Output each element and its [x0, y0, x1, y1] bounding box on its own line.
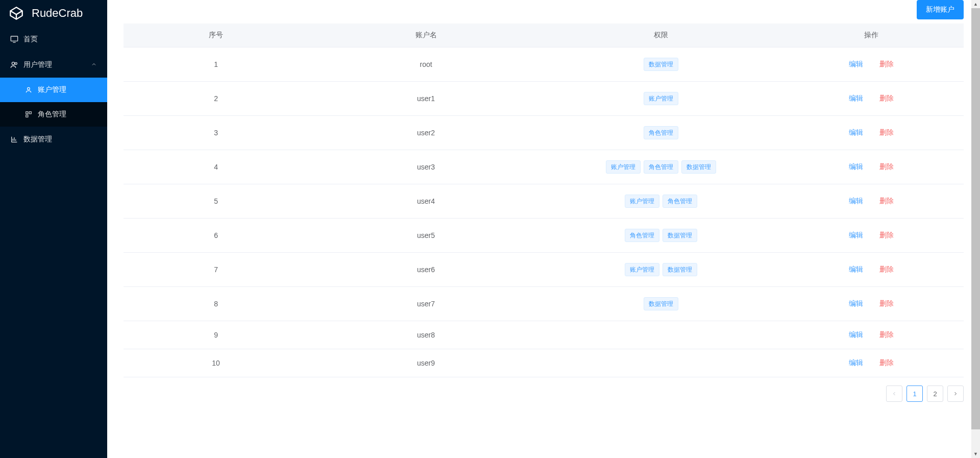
svg-rect-2: [11, 36, 17, 41]
cell-username: root: [308, 47, 544, 82]
menu-label-account-mgmt: 账户管理: [38, 85, 66, 94]
sidebar-header: RudeCrab: [0, 0, 107, 27]
permission-tag: 数据管理: [644, 58, 678, 71]
add-account-button[interactable]: 新增账户: [917, 0, 964, 19]
monitor-icon: [10, 35, 18, 43]
accounts-table: 序号 账户名 权限 操作 1root数据管理编辑删除2user1账户管理编辑删除…: [124, 23, 964, 377]
table-row: 2user1账户管理编辑删除: [124, 82, 964, 116]
page-prev-button[interactable]: [886, 385, 902, 402]
cell-username: user6: [308, 253, 544, 287]
table-row: 10user9编辑删除: [124, 349, 964, 377]
permission-tag: 数据管理: [663, 229, 697, 242]
header-username: 账户名: [308, 23, 544, 47]
permission-tag: 账户管理: [606, 160, 641, 174]
delete-link[interactable]: 删除: [879, 231, 894, 240]
edit-link[interactable]: 编辑: [849, 358, 863, 368]
permission-tag: 数据管理: [663, 263, 697, 276]
cell-permissions: 数据管理: [544, 287, 779, 321]
table-row: 9user8编辑删除: [124, 321, 964, 349]
table-row: 8user7数据管理编辑删除: [124, 287, 964, 321]
cell-username: user3: [308, 150, 544, 184]
menu-item-data-mgmt[interactable]: 数据管理: [0, 127, 107, 152]
cell-operations: 编辑删除: [779, 253, 964, 287]
scrollbar[interactable]: ▲ ▼: [971, 0, 980, 458]
scrollbar-up-arrow-icon[interactable]: ▲: [971, 0, 980, 8]
edit-link[interactable]: 编辑: [849, 60, 863, 69]
cell-index: 3: [124, 116, 308, 150]
cell-permissions: 角色管理数据管理: [544, 219, 779, 253]
table-row: 3user2角色管理编辑删除: [124, 116, 964, 150]
cell-index: 4: [124, 150, 308, 184]
cell-operations: 编辑删除: [779, 150, 964, 184]
svg-rect-7: [26, 112, 28, 114]
cell-operations: 编辑删除: [779, 287, 964, 321]
toolbar: 新增账户: [107, 0, 980, 23]
delete-link[interactable]: 删除: [879, 265, 894, 274]
chart-icon: [10, 135, 18, 143]
edit-link[interactable]: 编辑: [849, 162, 863, 172]
menu-label-home: 首页: [23, 35, 38, 44]
cell-index: 5: [124, 184, 308, 219]
edit-link[interactable]: 编辑: [849, 197, 863, 206]
edit-link[interactable]: 编辑: [849, 128, 863, 137]
chevron-left-icon: [891, 391, 897, 397]
edit-link[interactable]: 编辑: [849, 231, 863, 240]
header-permission: 权限: [544, 23, 779, 47]
cell-operations: 编辑删除: [779, 219, 964, 253]
svg-point-6: [28, 87, 30, 90]
edit-link[interactable]: 编辑: [849, 265, 863, 274]
permission-tag: 账户管理: [625, 263, 659, 276]
delete-link[interactable]: 删除: [879, 60, 894, 69]
cell-permissions: 账户管理角色管理: [544, 184, 779, 219]
scrollbar-thumb[interactable]: [971, 8, 980, 429]
delete-link[interactable]: 删除: [879, 94, 894, 103]
table-row: 4user3账户管理角色管理数据管理编辑删除: [124, 150, 964, 184]
edit-link[interactable]: 编辑: [849, 94, 863, 103]
page-number-button[interactable]: 2: [927, 385, 943, 402]
cell-index: 9: [124, 321, 308, 349]
cell-permissions: 账户管理数据管理: [544, 253, 779, 287]
edit-link[interactable]: 编辑: [849, 299, 863, 308]
chevron-right-icon: [952, 391, 959, 397]
menu-item-account-mgmt[interactable]: 账户管理: [0, 78, 107, 102]
table-row: 6user5角色管理数据管理编辑删除: [124, 219, 964, 253]
user-icon: [24, 86, 33, 94]
delete-link[interactable]: 删除: [879, 358, 894, 368]
delete-link[interactable]: 删除: [879, 299, 894, 308]
cell-operations: 编辑删除: [779, 349, 964, 377]
menu-item-user-mgmt[interactable]: 用户管理: [0, 52, 107, 78]
page-next-button[interactable]: [947, 385, 964, 402]
svg-rect-9: [26, 115, 28, 117]
cell-index: 1: [124, 47, 308, 82]
cell-index: 7: [124, 253, 308, 287]
scrollbar-down-arrow-icon[interactable]: ▼: [971, 450, 980, 458]
permission-tag: 角色管理: [644, 160, 678, 174]
delete-link[interactable]: 删除: [879, 197, 894, 206]
cell-index: 6: [124, 219, 308, 253]
delete-link[interactable]: 删除: [879, 128, 894, 137]
users-icon: [10, 61, 18, 69]
delete-link[interactable]: 删除: [879, 330, 894, 340]
edit-link[interactable]: 编辑: [849, 330, 863, 340]
grid-icon: [24, 110, 33, 118]
main-content: 新增账户 序号 账户名 权限 操作 1root数据管理编辑删除2user1账户管…: [107, 0, 980, 458]
permission-tag: 账户管理: [644, 92, 678, 105]
cell-permissions: 账户管理角色管理数据管理: [544, 150, 779, 184]
menu-label-user-mgmt: 用户管理: [23, 60, 52, 69]
page-number-button[interactable]: 1: [906, 385, 923, 402]
svg-rect-8: [29, 112, 31, 114]
menu-item-role-mgmt[interactable]: 角色管理: [0, 102, 107, 127]
cell-username: user9: [308, 349, 544, 377]
delete-link[interactable]: 删除: [879, 162, 894, 172]
permission-tag: 角色管理: [625, 229, 659, 242]
logo-icon: [9, 6, 23, 20]
main-menu: 首页 用户管理: [0, 27, 107, 152]
table-row: 7user6账户管理数据管理编辑删除: [124, 253, 964, 287]
menu-label-data-mgmt: 数据管理: [23, 135, 52, 144]
header-operation: 操作: [779, 23, 964, 47]
menu-item-home[interactable]: 首页: [0, 27, 107, 52]
cell-operations: 编辑删除: [779, 47, 964, 82]
table-row: 1root数据管理编辑删除: [124, 47, 964, 82]
cell-operations: 编辑删除: [779, 184, 964, 219]
header-index: 序号: [124, 23, 308, 47]
